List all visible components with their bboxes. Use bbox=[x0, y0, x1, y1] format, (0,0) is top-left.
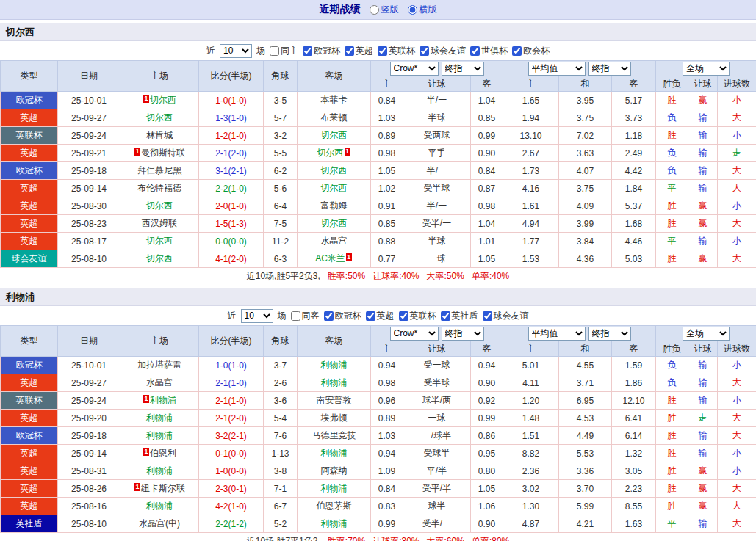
team-link[interactable]: AC米兰 bbox=[315, 253, 345, 264]
score-cell[interactable]: 2-2(1-0) bbox=[199, 180, 264, 197]
score-cell[interactable]: 2-2(1-2) bbox=[199, 515, 264, 533]
recent-count-select[interactable]: 10 bbox=[241, 309, 273, 323]
team-link[interactable]: 水晶宫 bbox=[146, 377, 173, 388]
league-checkbox[interactable] bbox=[512, 46, 522, 56]
team-link[interactable]: 水晶宫 bbox=[321, 236, 348, 246]
league-checkbox[interactable] bbox=[470, 46, 480, 56]
avg-select[interactable]: 平均值 bbox=[528, 327, 586, 341]
team-link[interactable]: 利物浦 bbox=[321, 360, 348, 370]
team-link[interactable]: 纽卡斯尔联 bbox=[141, 483, 185, 493]
score-cell[interactable]: 0-0(0-0) bbox=[199, 233, 264, 250]
team-link[interactable]: 利物浦 bbox=[321, 518, 348, 529]
league-checkbox[interactable] bbox=[303, 46, 312, 56]
league-filter[interactable]: 欧会杯 bbox=[512, 45, 550, 57]
team-link[interactable]: 切尔西 bbox=[321, 165, 348, 175]
bookmaker-select[interactable]: Crow* bbox=[390, 327, 439, 341]
score-cell[interactable]: 0-1(0-0) bbox=[199, 445, 264, 462]
league-filter[interactable]: 英超 bbox=[366, 310, 395, 322]
team-link[interactable]: 切尔西 bbox=[321, 183, 348, 193]
fulltime-select[interactable]: 全场 bbox=[683, 62, 730, 76]
team-link[interactable]: 西汉姆联 bbox=[142, 218, 177, 228]
team-link[interactable]: 利物浦 bbox=[146, 501, 173, 511]
league-checkbox[interactable] bbox=[441, 311, 450, 321]
avg-select[interactable]: 平均值 bbox=[528, 62, 586, 76]
score-cell[interactable]: 1-5(1-3) bbox=[199, 215, 264, 233]
crown-final-select[interactable]: 终指 bbox=[442, 327, 484, 341]
league-filter[interactable]: 球会友谊 bbox=[420, 45, 466, 57]
crown-final-select[interactable]: 终指 bbox=[442, 62, 484, 76]
same-venue-filter[interactable]: 同客 bbox=[291, 310, 320, 322]
team-link[interactable]: 利物浦 bbox=[146, 430, 173, 440]
bookmaker-select[interactable]: Crow* bbox=[390, 62, 439, 76]
team-link[interactable]: 富勒姆 bbox=[321, 200, 348, 211]
team-link[interactable]: 埃弗顿 bbox=[321, 413, 348, 423]
same-venue-filter[interactable]: 同主 bbox=[270, 45, 298, 57]
team-link[interactable]: 布伦特福德 bbox=[137, 183, 181, 193]
team-link[interactable]: 加拉塔萨雷 bbox=[137, 360, 181, 370]
team-link[interactable]: 伯恩茅斯 bbox=[317, 501, 352, 511]
score-cell[interactable]: 4-2(1-0) bbox=[199, 498, 264, 515]
score-cell[interactable]: 3-2(2-1) bbox=[199, 427, 264, 445]
league-filter[interactable]: 世俱杯 bbox=[470, 45, 508, 57]
score-cell[interactable]: 2-0(1-0) bbox=[199, 197, 264, 215]
score-cell[interactable]: 2-1(2-0) bbox=[199, 410, 264, 427]
team-link[interactable]: 利物浦 bbox=[321, 377, 348, 388]
league-checkbox[interactable] bbox=[366, 311, 375, 321]
layout-horizontal-option[interactable]: 横版 bbox=[408, 4, 437, 16]
team-link[interactable]: 切尔西 bbox=[146, 253, 173, 264]
league-checkbox[interactable] bbox=[399, 311, 408, 321]
team-link[interactable]: 切尔西 bbox=[146, 200, 173, 211]
same-venue-checkbox[interactable] bbox=[270, 46, 279, 56]
score-cell[interactable]: 2-3(0-1) bbox=[199, 480, 264, 498]
team-link[interactable]: 曼彻斯特联 bbox=[141, 148, 185, 158]
layout-vertical-option[interactable]: 竖版 bbox=[370, 4, 399, 16]
team-link[interactable]: 切尔西 bbox=[317, 148, 344, 158]
team-link[interactable]: 利物浦 bbox=[146, 413, 173, 423]
league-filter[interactable]: 英联杯 bbox=[399, 310, 436, 322]
fulltime-select[interactable]: 全场 bbox=[683, 327, 730, 341]
league-checkbox[interactable] bbox=[324, 311, 334, 321]
league-filter[interactable]: 英联杯 bbox=[378, 45, 415, 57]
team-link[interactable]: 南安普敦 bbox=[317, 395, 352, 405]
team-link[interactable]: 切尔西 bbox=[146, 236, 173, 246]
team-link[interactable]: 利物浦 bbox=[146, 465, 173, 476]
team-link[interactable]: 拜仁慕尼黑 bbox=[137, 165, 181, 175]
score-cell[interactable]: 1-3(1-0) bbox=[199, 109, 264, 127]
avg-final-select[interactable]: 终指 bbox=[588, 62, 631, 76]
league-checkbox[interactable] bbox=[378, 46, 387, 56]
team-link[interactable]: 阿森纳 bbox=[321, 465, 348, 476]
team-link[interactable]: 利物浦 bbox=[321, 483, 348, 493]
horizontal-radio[interactable] bbox=[408, 5, 417, 15]
team-link[interactable]: 林肯城 bbox=[146, 130, 173, 140]
score-cell[interactable]: 2-1(1-0) bbox=[199, 374, 264, 392]
score-cell[interactable]: 2-1(1-0) bbox=[199, 392, 264, 410]
score-cell[interactable]: 1-0(1-0) bbox=[199, 357, 264, 374]
league-filter[interactable]: 欧冠杯 bbox=[303, 45, 340, 57]
score-cell[interactable]: 4-1(2-0) bbox=[199, 250, 264, 268]
same-venue-checkbox[interactable] bbox=[291, 311, 300, 321]
team-link[interactable]: 利物浦 bbox=[321, 448, 348, 458]
team-link[interactable]: 利物浦 bbox=[150, 395, 176, 405]
league-filter[interactable]: 英超 bbox=[345, 45, 373, 57]
league-filter[interactable]: 欧冠杯 bbox=[324, 310, 361, 322]
vertical-radio[interactable] bbox=[370, 5, 379, 15]
team-link[interactable]: 水晶宫(中) bbox=[139, 518, 180, 529]
team-link[interactable]: 伯恩利 bbox=[150, 448, 176, 458]
team-link[interactable]: 本菲卡 bbox=[321, 95, 348, 105]
league-filter[interactable]: 英社盾 bbox=[441, 310, 478, 322]
score-cell[interactable]: 1-0(0-0) bbox=[199, 462, 264, 480]
avg-final-select[interactable]: 终指 bbox=[588, 327, 631, 341]
league-filter[interactable]: 球会友谊 bbox=[483, 310, 529, 322]
team-link[interactable]: 切尔西 bbox=[321, 130, 348, 140]
score-cell[interactable]: 1-0(1-0) bbox=[199, 92, 264, 109]
score-cell[interactable]: 2-1(2-0) bbox=[199, 145, 264, 162]
score-cell[interactable]: 3-1(2-1) bbox=[199, 162, 264, 180]
team-link[interactable]: 马德里竞技 bbox=[312, 430, 356, 440]
team-link[interactable]: 切尔西 bbox=[321, 218, 348, 228]
league-checkbox[interactable] bbox=[345, 46, 354, 56]
league-checkbox[interactable] bbox=[420, 46, 429, 56]
team-link[interactable]: 布莱顿 bbox=[321, 112, 348, 123]
team-link[interactable]: 切尔西 bbox=[150, 95, 176, 105]
team-link[interactable]: 切尔西 bbox=[146, 112, 173, 123]
recent-count-select[interactable]: 10 bbox=[220, 44, 252, 58]
